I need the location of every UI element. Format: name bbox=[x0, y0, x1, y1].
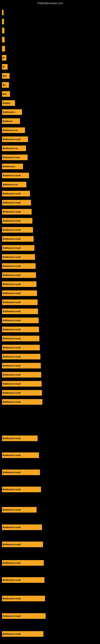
bar-label: Bo bbox=[3, 84, 6, 86]
bottleneck-bar: Bottleneck result bbox=[2, 542, 43, 547]
bar-label: Bottleneck result bbox=[3, 283, 21, 285]
bottleneck-bar: B bbox=[2, 64, 8, 70]
bar-label: Bottleneck result bbox=[3, 265, 21, 267]
bar-label: Bottleneck result bbox=[3, 488, 21, 491]
bar-label: Bottleneck result bbox=[3, 247, 21, 249]
site-title: TheBottlenecker.com bbox=[0, 0, 100, 6]
bar-label: Bot bbox=[3, 75, 6, 77]
bottleneck-bar: Bottleneck res bbox=[2, 146, 26, 151]
bottleneck-bar: Bottleneck result bbox=[2, 227, 33, 233]
bottleneck-bar: Bottleneck result bbox=[2, 613, 46, 619]
bar-label: B bbox=[3, 66, 4, 68]
bottleneck-bar: Bottleneck result bbox=[2, 281, 36, 287]
bottleneck-bar: Bottleneck result bbox=[2, 336, 39, 341]
bottleneck-bar: Bottleneck res bbox=[2, 128, 25, 133]
bar-label: Bottleneck result bbox=[3, 392, 21, 394]
bottleneck-bar: Bottleneck r bbox=[2, 164, 23, 169]
bottleneck-bar: Bottleneck result bbox=[2, 372, 41, 378]
bottleneck-bar: Bottleneck result bbox=[2, 470, 40, 475]
bar-label: Bottleneck result bbox=[3, 220, 21, 222]
bar-label: Bottleneck result bbox=[3, 579, 21, 581]
bottleneck-bar: Bottlen bbox=[2, 100, 15, 106]
bar-label: Bottleneck res bbox=[3, 147, 18, 150]
bottleneck-bar: Bottleneck result bbox=[2, 136, 28, 142]
bar-label: Bottleneck res bbox=[3, 183, 18, 186]
bottleneck-bar: Bot bbox=[2, 91, 10, 97]
bottleneck-bar: Bottleneck result bbox=[2, 254, 35, 260]
bottleneck-bar: Bottleneck result bbox=[2, 345, 40, 350]
bottleneck-bar bbox=[2, 19, 4, 24]
bar-label: Bottleneck result bbox=[3, 543, 21, 546]
bar-label: Bottleneck result bbox=[3, 174, 21, 177]
bar-label: Bottleneck result bbox=[3, 256, 21, 258]
bottleneck-bar bbox=[2, 46, 5, 52]
bottleneck-bar: B bbox=[2, 55, 6, 60]
bar-label: Bottleneck result bbox=[3, 292, 21, 294]
bar-label: Bottleneck r bbox=[3, 111, 16, 113]
bar-label: Bottleneck result bbox=[3, 401, 21, 403]
bar-label: Bottleneck result bbox=[3, 228, 21, 231]
bar-label: Bottleneck result bbox=[3, 633, 21, 635]
bottleneck-bar: Bot bbox=[2, 73, 10, 79]
bottleneck-bar: Bottleneck result bbox=[2, 560, 44, 566]
bottleneck-bar: Bottleneck result bbox=[2, 263, 36, 269]
bar-label: Bottleneck result bbox=[3, 310, 21, 312]
bottleneck-bar: Bottleneck result bbox=[2, 507, 37, 512]
bottleneck-bar: Bottleneck result bbox=[2, 486, 41, 492]
bottleneck-bar: Bottleneck result bbox=[2, 363, 41, 368]
bar-label: Bottleneck result bbox=[3, 562, 21, 564]
bottleneck-bar: Bottleneck result bbox=[2, 327, 39, 332]
bar-label: Bottlenec bbox=[3, 120, 13, 122]
bottleneck-bar: Bottlenec bbox=[2, 118, 20, 124]
bar-label: Bottleneck result bbox=[3, 319, 21, 322]
bottleneck-bar: Bottleneck result bbox=[2, 596, 45, 601]
bar-label: Bottleneck result bbox=[3, 274, 21, 276]
bottleneck-bar: Bottleneck result bbox=[2, 381, 42, 386]
bar-label: Bottleneck result bbox=[3, 364, 21, 367]
bar-label: Bottleneck result bbox=[3, 526, 21, 528]
bottleneck-bar: Bottleneck result bbox=[2, 173, 29, 178]
bottleneck-bar: Bottleneck result bbox=[2, 200, 31, 206]
bottleneck-bar bbox=[2, 10, 3, 15]
bar-label: Bottleneck result bbox=[3, 356, 21, 358]
bar-label: Bottleneck res bbox=[3, 129, 18, 132]
bottleneck-bar: Bottleneck r bbox=[2, 109, 22, 115]
bar-label: Bottleneck result bbox=[3, 337, 21, 340]
bar-label: B bbox=[3, 56, 4, 59]
bar-label: Bottleneck result bbox=[3, 615, 21, 617]
bottleneck-bar: Bottleneck result bbox=[2, 390, 42, 396]
bottleneck-bar: Bottleneck result bbox=[2, 524, 42, 530]
bar-label: Bottleneck result bbox=[3, 346, 21, 349]
bar-label: Bottleneck result bbox=[3, 192, 21, 195]
bar-label: Bottlen bbox=[3, 102, 10, 104]
bottleneck-bar bbox=[2, 28, 4, 34]
bottleneck-bar: Bottleneck result bbox=[2, 209, 32, 214]
bar-label: Bot bbox=[3, 93, 6, 95]
bar-label: Bottleneck result bbox=[3, 202, 21, 204]
bottleneck-bar: Bottleneck result bbox=[2, 399, 42, 405]
bottleneck-bar: Bottleneck result bbox=[2, 452, 39, 458]
bar-label: Bottleneck result bbox=[3, 454, 21, 456]
bar-label: Bottleneck result bbox=[3, 374, 21, 376]
bar-label: Bottleneck result bbox=[3, 471, 21, 474]
bar-label: Bottleneck result bbox=[3, 508, 21, 511]
bottleneck-bar: Bottleneck result bbox=[2, 308, 38, 314]
bottleneck-bar: Bo bbox=[2, 82, 9, 88]
bottleneck-bar: Bottleneck result bbox=[2, 191, 30, 196]
bar-label: Bottleneck result bbox=[3, 210, 21, 213]
bar-label: Bottleneck result bbox=[3, 238, 21, 240]
bar-label: Bottleneck r bbox=[3, 165, 16, 168]
bottleneck-bar: Bottleneck result bbox=[2, 577, 44, 583]
bottleneck-bar: Bottleneck result bbox=[2, 436, 38, 441]
bottleneck-bar: Bottleneck result bbox=[2, 272, 36, 278]
bar-label: Bottleneck result bbox=[3, 138, 21, 140]
bottleneck-bar: Bottleneck result bbox=[2, 318, 39, 323]
bottleneck-bar: Bottleneck result bbox=[2, 631, 43, 637]
bottleneck-bar: Bottleneck result bbox=[2, 245, 34, 251]
bottleneck-bar: Bottleneck resul bbox=[2, 154, 28, 160]
bottleneck-bar: Bottleneck res bbox=[2, 182, 26, 187]
bottleneck-bar bbox=[2, 37, 4, 42]
bottleneck-bar: Bottleneck result bbox=[2, 290, 37, 296]
bar-label: Bottleneck result bbox=[3, 328, 21, 331]
bottleneck-bar: Bottleneck result bbox=[2, 218, 32, 224]
